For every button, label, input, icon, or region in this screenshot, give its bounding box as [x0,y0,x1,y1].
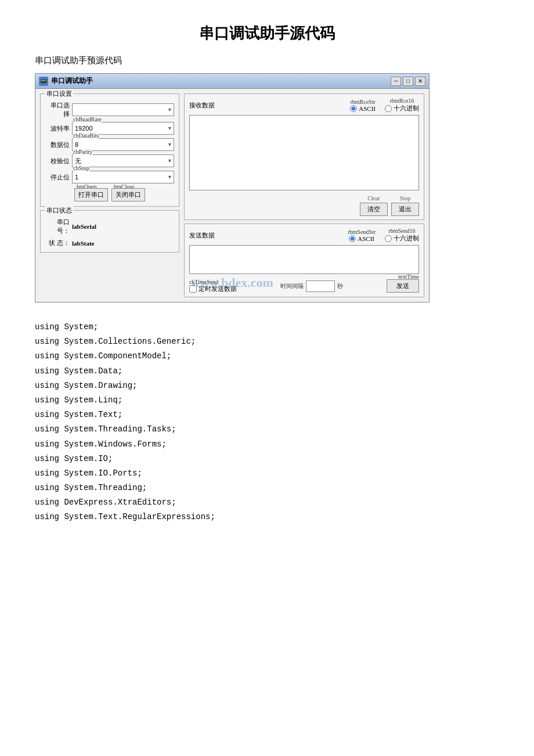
ck-time-send-checkbox[interactable] [189,285,197,293]
send-label: 发送数据 [189,231,215,240]
code-line: using System.Data; [35,364,499,379]
clear-btn-label: Clear [367,195,380,201]
port-state-label: 状 态： [45,239,70,247]
seconds-label: 秒 [337,282,343,290]
rbtn-send-str-group: ASCII [349,235,374,242]
port-state-value: labState [72,240,95,247]
rbtn-rce16-group: 十六进制 [385,104,419,113]
ck-time-send-text: 定时发送数据 [199,285,237,293]
rbtn-rce-str-text: ASCII [359,105,376,112]
code-line: using System.Text; [35,408,499,422]
stopbits-select[interactable]: 1 [72,171,174,183]
timer-send-group: ckTimeSend 定时发送数据 [189,285,237,293]
time-group: 时间间隔 秒 [280,280,343,292]
serial-settings-label: 串口设置 [45,89,73,98]
stop-button[interactable]: 退出 [391,203,419,216]
right-panel: 接收数据 rbtnRceStr ASCII rbtnRce16 [184,93,424,297]
databits-row: 数据位 cbDataBits 8 ▼ [45,138,174,151]
serial-settings-group: 串口设置 串口选择 ▼ 波特率 cbBuadRate [40,93,179,207]
rbtn-send16-group: 十六进制 [385,234,419,243]
time-input[interactable] [306,280,335,292]
stop-btn-container: Stop 退出 [391,195,419,216]
stopbits-row: 停止位 cbStop 1 ▼ [45,171,174,183]
status-group-label: 串口状态 [45,206,73,215]
rbtn-send16-text: 十六进制 [394,234,419,243]
parity-dropdown-label: cbParity [73,149,92,155]
stopbits-label: 停止位 [45,173,70,182]
port-dropdown-container: ▼ [72,103,174,116]
code-line: using System.Windows.Forms; [35,437,499,452]
rbtn-rce-str[interactable] [350,105,357,112]
minimize-button[interactable]: ─ [391,77,401,86]
send-header: 发送数据 rbtnSendStr ASCII rbtnSend16 [189,228,419,243]
parity-label: 校验位 [45,157,70,165]
receive-label: 接收数据 [189,101,215,110]
open-btn-container: btnOpen 打开串口 [74,188,108,201]
app-icon: 📟 [39,77,48,86]
stopbits-dropdown-container: cbStop 1 ▼ [72,171,174,183]
rbtn-send16-container: rbtnSend16 十六进制 [385,228,419,243]
rbtn-rce16-text: 十六进制 [394,104,419,113]
databits-label: 数据位 [45,141,70,149]
rbtn-rce16[interactable] [385,105,392,112]
send-footer: ckTimeSend 定时发送数据 时间间隔 秒 textTime 发送 [189,279,419,293]
baud-row: 波特率 cbBuadRate 19200 ▼ [45,122,174,135]
code-line: using System.Threading.Tasks; [35,422,499,437]
port-num-label: 串口号： [45,218,70,235]
rbtn-send-str-label: rbtnSendStr [348,229,376,235]
window-controls: ─ □ ✕ [391,77,425,86]
code-line: using System.IO.Ports; [35,466,499,481]
code-line: using System.Drawing; [35,379,499,393]
rbtn-send16[interactable] [385,235,392,242]
code-line: using DevExpress.XtraEditors; [35,495,499,510]
port-label: 串口选择 [45,101,70,118]
send-btn-label: textTime [398,273,419,280]
code-line: using System.Linq; [35,393,499,408]
baud-dropdown-label: cbBuadRate [73,116,102,123]
send-radio-group: rbtnSendStr ASCII rbtnSend16 十六进制 [348,228,419,243]
rbtn-send16-label: rbtnSend16 [388,228,415,234]
code-section: using System;using System.Collections.Ge… [35,320,499,525]
code-line: using System.Collections.Generic; [35,334,499,349]
action-row: Clear 清空 Stop 退出 [189,195,419,216]
port-state-row: 状 态： labState [45,239,174,247]
code-line: using System.Text.RegularExpressions; [35,510,499,524]
rbtn-rce-str-label: rbtnRceStr [350,99,375,105]
code-line: using System.ComponentModel; [35,349,499,363]
stop-btn-label: Stop [400,195,410,201]
window-title-area: 📟 串口调试助手 [39,76,93,86]
port-row: 串口选择 ▼ [45,101,174,118]
close-button[interactable]: ✕ [415,77,425,86]
port-select[interactable] [72,103,174,116]
rbtn-rce16-label: rbtnRce16 [390,98,414,104]
page-subtitle: 串口调试助手预源代码 [35,55,499,66]
port-num-value: labSerial [72,223,96,230]
open-serial-button[interactable]: 打开串口 [74,188,108,201]
rbtn-rce-str-group: ASCII [350,105,376,112]
databits-dropdown-label: cbDataBits [73,132,99,139]
ck-time-send-label: ckTimeSend [189,279,218,285]
receive-textarea[interactable] [189,115,419,190]
parity-row: 校验位 cbParity 无 ▼ [45,154,174,167]
receive-radio-group: rbtnRceStr ASCII rbtnRce16 十六进制 [350,98,419,113]
rbtn-send-str[interactable] [349,235,356,242]
close-serial-button[interactable]: 关闭串口 [111,188,145,201]
receive-section: 接收数据 rbtnRceStr ASCII rbtnRce16 [184,93,424,220]
baud-label: 波特率 [45,124,70,133]
receive-header: 接收数据 rbtnRceStr ASCII rbtnRce16 [189,98,419,113]
maximize-button[interactable]: □ [403,77,413,86]
rbtn-send-str-container: rbtnSendStr ASCII [348,229,376,242]
code-line: using System.Threading; [35,481,499,495]
code-line: using System; [35,320,499,334]
serial-btn-row: btnOpen 打开串口 btnClose 关闭串口 [45,188,174,201]
send-textarea[interactable] [189,245,419,274]
window-title-text: 串口调试助手 [51,76,93,86]
send-button[interactable]: 发送 [387,279,419,293]
left-panel: 串口设置 串口选择 ▼ 波特率 cbBuadRate [40,93,179,297]
send-btn-container: textTime 发送 [387,279,419,293]
time-interval-label: 时间间隔 [280,282,304,290]
clear-btn-container: Clear 清空 [360,195,388,216]
window-titlebar: 📟 串口调试助手 ─ □ ✕ [35,74,429,89]
page-title: 串口调试助手源代码 [35,23,499,44]
clear-button[interactable]: 清空 [360,203,388,216]
